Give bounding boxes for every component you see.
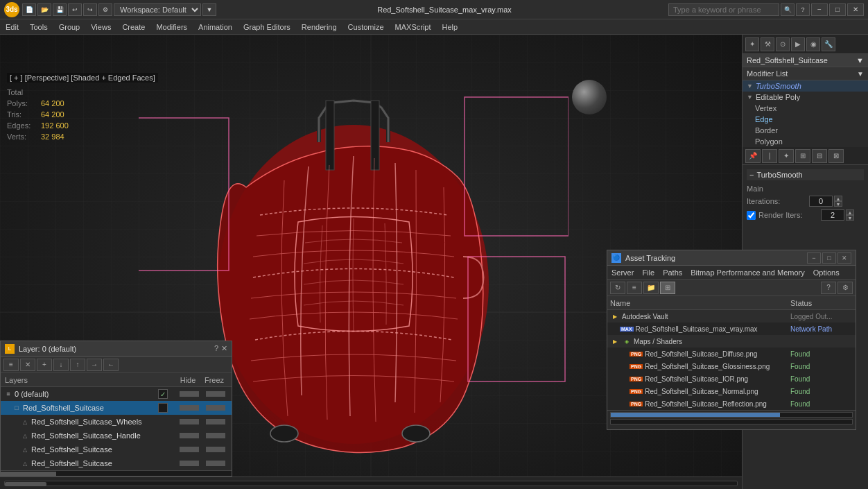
modifier-sub-border[interactable]: Border [743,125,868,136]
titlebar-left: 3ds 📄 📂 💾 ↩ ↪ ⚙ Workspace: Default ▼ [0,2,220,17]
ts-renderiter-up[interactable]: ▲ [846,209,854,215]
modifier-sub-edge[interactable]: Edge [743,114,868,125]
layer-row[interactable]: △ Red_Softshell_Suitcase [1,456,232,470]
asset-row[interactable]: PNG Red_Softshell_Suitcase_Reflection.pn… [607,397,856,410]
layer-row[interactable]: □ Red_Softshell_Suitcase [1,401,232,415]
ap-refresh-btn[interactable]: ↻ [610,282,625,294]
lp-layers-btn[interactable]: ≡ [3,359,19,371]
layer-row-check[interactable]: ✓ [158,389,168,399]
asset-row[interactable]: PNG Red_Softshell_Suitcase_IOR.png Found [607,372,856,385]
layer-row[interactable]: △ Red_Softshell_Suitcase_Handle [1,429,232,443]
ts-iterations-up[interactable]: ▲ [834,196,842,201]
rp-modifier-btn1[interactable]: | [762,149,777,163]
ap-grid-btn[interactable]: ⊞ [660,282,675,294]
viewport-orientation-widget[interactable] [568,76,610,118]
rp-modifier-btn3[interactable]: ⊞ [795,149,810,163]
ap-list-btn[interactable]: ≡ [627,282,642,294]
layer-row[interactable]: △ Red_Softshell_Suitcase [1,443,232,456]
modifier-list-dropdown[interactable]: ▼ [857,70,864,78]
lp-move-up-btn[interactable]: ↑ [70,359,85,371]
rp-create-icon[interactable]: ✦ [745,37,759,51]
layer-row-freeze [202,405,229,411]
layer-row[interactable]: △ Red_Softshell_Suitcase_Wheels [1,415,232,429]
menu-edit[interactable]: Edit [0,19,24,35]
ap-folder-btn[interactable]: 📁 [643,282,659,294]
menu-group[interactable]: Group [53,19,86,35]
ap-settings-btn[interactable]: ⚙ [837,282,853,294]
render-settings-btn[interactable]: ⚙ [98,3,112,16]
ap-menu-server[interactable]: Server [607,267,638,278]
modifier-sub-polygon[interactable]: Polygon [743,136,868,147]
workspace-expand-btn[interactable]: ▼ [202,3,216,16]
rp-hierarchy-icon[interactable]: ⊙ [776,37,790,51]
lp-indent-left-btn[interactable]: ← [103,359,119,371]
new-file-btn[interactable]: 📄 [22,3,36,16]
menu-create[interactable]: Create [116,19,150,35]
rp-pin-btn[interactable]: 📌 [745,149,761,163]
asset-row[interactable]: PNG Red_Softshell_Suitcase_Glossiness.pn… [607,360,856,372]
close-btn[interactable]: ✕ [847,3,864,16]
rp-modifier-btn5[interactable]: ⊠ [828,149,844,163]
menu-modifiers[interactable]: Modifiers [150,19,193,35]
search-input[interactable] [668,3,779,16]
ap-menu-bitmap[interactable]: Bitmap Performance and Memory [686,267,808,278]
menu-help[interactable]: Help [437,19,464,35]
scrollbar-thumb[interactable] [5,482,46,486]
modifier-sub-vertex[interactable]: Vertex [743,103,868,114]
asset-row[interactable]: PNG Red_Softshell_Suitcase_Diffuse.png F… [607,348,856,360]
ap-menu-file[interactable]: File [638,267,659,278]
lp-delete-btn[interactable]: ✕ [20,359,35,371]
undo-btn[interactable]: ↩ [68,3,82,16]
lp-move-down-btn[interactable]: ↓ [53,359,69,371]
help-btn[interactable]: ? [796,3,810,16]
layer-scrollbar-thumb[interactable] [1,472,56,476]
asset-row[interactable]: ▶ Autodesk Vault Logged Out... [607,310,856,323]
ap-minimize-btn[interactable]: − [807,252,821,264]
maximize-btn[interactable]: □ [829,3,846,16]
open-file-btn[interactable]: 📂 [37,3,51,16]
object-name-dropdown[interactable]: ▼ [856,56,864,65]
rp-motion-icon[interactable]: ▶ [791,37,805,51]
ap-menu-options[interactable]: Options [809,267,844,278]
menu-views[interactable]: Views [85,19,116,35]
workspace-dropdown[interactable]: Workspace: Default [114,3,201,16]
asset-row[interactable]: PNG Red_Softshell_Suitcase_Normal.png Fo… [607,385,856,397]
menu-animation[interactable]: Animation [193,19,238,35]
viewport-scrollbar[interactable] [4,481,738,486]
layer-panel-scrollbar[interactable] [1,470,232,476]
ap-maximize-btn[interactable]: □ [822,252,836,264]
menu-rendering[interactable]: Rendering [296,19,342,35]
ts-iterations-down[interactable]: ▼ [834,201,842,207]
menu-graph-editors[interactable]: Graph Editors [238,19,296,35]
rp-modifier-btn4[interactable]: ⊟ [812,149,827,163]
asset-row[interactable]: ▶ ◈ Maps / Shaders [607,335,856,348]
rp-display-icon[interactable]: ◉ [806,37,820,51]
layer-panel-close-btn[interactable]: ✕ [221,344,227,353]
menu-customize[interactable]: Customize [342,19,390,35]
rp-modify-icon[interactable]: ⚒ [761,37,774,51]
menu-maxscript[interactable]: MAXScript [390,19,437,35]
ap-help-btn[interactable]: ? [821,282,836,294]
ap-close-btn[interactable]: ✕ [837,252,851,264]
layer-row-check[interactable] [158,403,168,413]
ts-renderiter-checkbox[interactable] [747,211,756,220]
redo-btn[interactable]: ↪ [83,3,97,16]
rp-utilities-icon[interactable]: 🔧 [822,37,835,51]
minimize-btn[interactable]: − [811,3,828,16]
layer-row[interactable]: ≡ 0 (default) ✓ [1,387,232,401]
modifier-turbosmooth[interactable]: ▼ TurboSmooth [743,80,868,92]
lp-indent-right-btn[interactable]: → [87,359,102,371]
ts-renderiter-input[interactable] [821,209,844,221]
menu-tools[interactable]: Tools [24,19,53,35]
layer-panel-help-btn[interactable]: ? [214,344,218,353]
modifier-editable-poly[interactable]: ▼ Editable Poly [743,92,868,103]
rp-modifier-btn2[interactable]: ✦ [779,149,794,163]
turbosmooth-header[interactable]: − TurboSmooth [747,169,864,180]
search-btn[interactable]: 🔍 [781,3,795,16]
ts-renderiter-down[interactable]: ▼ [846,215,854,221]
ts-iterations-input[interactable] [809,196,833,207]
lp-add-btn[interactable]: + [37,359,52,371]
asset-row[interactable]: MAX Red_Softshell_Suitcase_max_vray.max … [607,323,856,335]
ap-menu-paths[interactable]: Paths [659,267,686,278]
save-file-btn[interactable]: 💾 [53,3,67,16]
